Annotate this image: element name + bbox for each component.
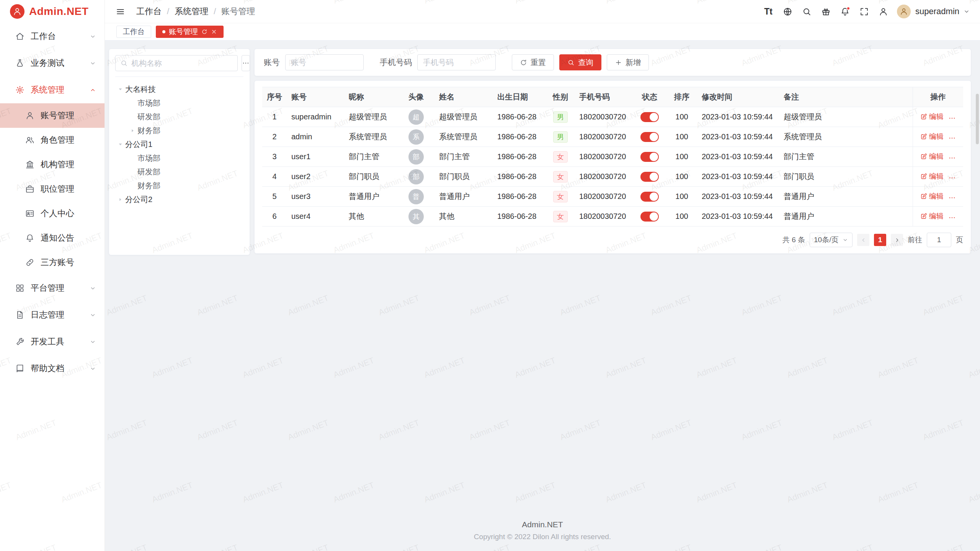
org-more-button[interactable] (242, 55, 250, 71)
profile-icon[interactable] (875, 3, 892, 20)
next-page-button[interactable] (891, 234, 903, 246)
username[interactable]: superadmin (915, 7, 959, 16)
table-row: 6 user4 其他 其 其他 1986-06-28 女 18020030720… (262, 207, 963, 227)
edit-button[interactable]: 编辑 (920, 171, 944, 181)
sidebar-item-account[interactable]: 账号管理 (0, 103, 105, 128)
row-avatar: 其 (408, 209, 424, 224)
goto-unit-label: 页 (956, 235, 963, 245)
account-filter-input[interactable] (285, 54, 364, 70)
refresh-icon[interactable] (201, 29, 207, 35)
breadcrumb-item[interactable]: 账号管理 (221, 6, 255, 17)
phone-filter-input[interactable] (417, 54, 496, 70)
table-row: 3 user1 部门主管 部 部门主管 1986-06-28 女 1802003… (262, 147, 963, 167)
tree-node[interactable]: 财务部 (115, 179, 243, 192)
sidebar-item-business-test[interactable]: 业务测试 (0, 50, 105, 77)
tree-node[interactable]: 大名科技 (115, 82, 243, 96)
tree-node[interactable]: 分公司2 (115, 192, 243, 206)
tab-account[interactable]: 账号管理 (156, 26, 224, 38)
tree-node[interactable]: 财务部 (115, 124, 243, 137)
cell-sort: 100 (666, 147, 697, 167)
sidebar-item-profile[interactable]: 个人中心 (0, 201, 105, 226)
search-icon[interactable] (798, 3, 815, 20)
cell-index: 4 (262, 167, 287, 187)
edit-button[interactable]: 编辑 (920, 152, 944, 161)
sidebar-item-docs[interactable]: 帮助文档 (0, 355, 105, 382)
reset-button[interactable]: 重置 (512, 54, 554, 70)
caret-right-icon[interactable] (115, 194, 125, 204)
page-size-select[interactable]: 10条/页 (810, 233, 853, 247)
scrollbar-thumb[interactable] (976, 94, 979, 144)
row-more-button[interactable] (948, 194, 956, 202)
status-toggle[interactable] (640, 172, 659, 182)
org-search (115, 55, 238, 71)
edit-button[interactable]: 编辑 (920, 191, 944, 201)
add-button[interactable]: 新增 (607, 54, 649, 70)
prev-page-button[interactable] (857, 234, 869, 246)
org-search-input[interactable] (131, 59, 233, 68)
goto-label: 前往 (908, 235, 922, 245)
edit-button[interactable]: 编辑 (920, 112, 944, 122)
caret-right-icon[interactable] (127, 126, 137, 135)
hamburger-icon[interactable] (112, 3, 129, 20)
user-avatar[interactable] (897, 5, 911, 18)
tree-node[interactable]: 分公司1 (115, 137, 243, 151)
sidebar-item-log[interactable]: 日志管理 (0, 302, 105, 328)
search-button[interactable]: 查询 (559, 54, 601, 70)
sidebar-item-devtools[interactable]: 开发工具 (0, 328, 105, 355)
row-more-button[interactable] (948, 154, 956, 162)
sidebar-item-role[interactable]: 角色管理 (0, 128, 105, 152)
sidebar-item-org[interactable]: 机构管理 (0, 152, 105, 177)
caret-placeholder (127, 153, 137, 163)
edit-button[interactable]: 编辑 (920, 211, 944, 221)
cell-phone: 18020030720 (575, 167, 633, 187)
font-size-icon[interactable]: Tt (760, 3, 777, 20)
tree-node[interactable]: 市场部 (115, 96, 243, 110)
breadcrumb-item[interactable]: 系统管理 (175, 6, 208, 17)
status-toggle[interactable] (640, 132, 659, 142)
cell-account: admin (287, 127, 344, 147)
sidebar-item-notice[interactable]: 通知公告 (0, 226, 105, 250)
tree-node[interactable]: 研发部 (115, 165, 243, 179)
tree-node[interactable]: 市场部 (115, 151, 243, 165)
row-more-button[interactable] (948, 114, 956, 122)
sidebar-item-post[interactable]: 职位管理 (0, 177, 105, 201)
book-icon (15, 364, 24, 373)
search-icon (567, 59, 575, 66)
fullscreen-icon[interactable] (856, 3, 872, 20)
sidebar-item-system[interactable]: 系统管理 (0, 77, 105, 103)
row-more-button[interactable] (948, 214, 956, 222)
goto-page-input[interactable] (927, 233, 951, 247)
edit-button[interactable]: 编辑 (920, 132, 944, 142)
status-toggle[interactable] (640, 152, 659, 162)
cell-name: 其他 (434, 207, 493, 227)
tab-workbench[interactable]: 工作台 (116, 26, 151, 38)
logo[interactable]: Admin.NET (0, 0, 105, 23)
column-header: 头像 (398, 87, 434, 107)
status-toggle[interactable] (640, 212, 659, 222)
language-icon[interactable] (779, 3, 796, 20)
sidebar-item-platform[interactable]: 平台管理 (0, 275, 105, 302)
cell-modified: 2023-01-03 10:59:44 (697, 107, 779, 127)
page-1-button[interactable]: 1 (874, 234, 886, 246)
breadcrumb-item[interactable]: 工作台 (136, 6, 162, 17)
notification-icon[interactable] (836, 3, 853, 20)
caret-down-icon[interactable] (115, 84, 125, 94)
status-toggle[interactable] (640, 112, 659, 122)
close-icon[interactable] (211, 29, 217, 35)
account-filter-label: 账号 (264, 57, 280, 68)
tree-node[interactable]: 研发部 (115, 110, 243, 124)
theme-icon[interactable] (817, 3, 834, 20)
column-header: 备注 (779, 87, 913, 107)
status-toggle[interactable] (640, 192, 659, 202)
column-header: 性别 (546, 87, 575, 107)
cell-remark: 普通用户 (779, 187, 913, 207)
sidebar-item-workbench[interactable]: 工作台 (0, 23, 105, 50)
content: 大名科技 市场部 研发部 财务部 分公司1 市场部 研发部 财务部 分公司2 账… (105, 41, 980, 513)
row-more-button[interactable] (948, 174, 956, 182)
caret-down-icon[interactable] (115, 139, 125, 149)
cell-remark: 超级管理员 (779, 107, 913, 127)
chevron-down-icon (90, 60, 96, 67)
row-more-button[interactable] (948, 134, 956, 142)
sidebar-item-third-account[interactable]: 三方账号 (0, 250, 105, 275)
chevron-down-icon (90, 339, 96, 345)
